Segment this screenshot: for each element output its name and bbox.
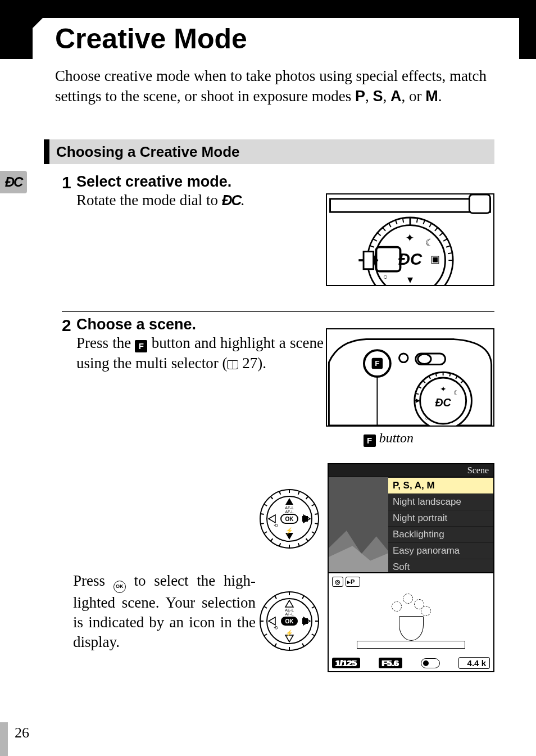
- intro-period: .: [438, 88, 442, 105]
- svg-text:▾: ▾: [407, 273, 413, 285]
- svg-line-14: [403, 218, 403, 223]
- svg-rect-1: [469, 194, 490, 213]
- mode-s-label: S: [373, 88, 383, 105]
- svg-rect-30: [364, 251, 374, 269]
- lcd-camera-icon: ◎: [332, 577, 343, 587]
- svg-text:✦: ✦: [440, 385, 447, 393]
- lcd-aperture: F5.6: [379, 658, 402, 668]
- svg-text:AE-L: AE-L: [285, 608, 294, 612]
- step-1-text: Rotate the mode dial to ĐC.: [76, 191, 324, 211]
- page-title: Creative Mode: [55, 22, 247, 55]
- step-2-a: Press the: [76, 334, 135, 351]
- svg-text:AF-L: AF-L: [285, 612, 293, 616]
- svg-text:ĐC: ĐC: [435, 396, 452, 409]
- svg-text:▣: ▣: [430, 253, 440, 265]
- svg-rect-23: [376, 247, 401, 271]
- scene-item-night-portrait: Night portrait: [388, 510, 493, 526]
- intro-paragraph: Choose creative mode when to take photos…: [55, 66, 494, 106]
- lcd-frame-count: 4.4 k: [458, 657, 490, 669]
- svg-text:⚡: ⚡: [285, 527, 293, 535]
- side-tab-cc-icon: ĐC: [5, 174, 22, 190]
- svg-point-36: [399, 354, 408, 363]
- svg-text:☾: ☾: [453, 389, 460, 396]
- svg-line-72: [261, 514, 264, 514]
- f-button-caption: F button: [364, 431, 414, 447]
- mode-dial-illustration: ĐC ✦ ☾ ▣ ▾ ○: [326, 193, 494, 286]
- lcd-mode-p-text: P: [351, 578, 355, 585]
- mode-a-label: A: [390, 88, 402, 105]
- scene-thumbnail: [329, 477, 388, 583]
- svg-point-38: [418, 354, 431, 364]
- step-divider: [62, 311, 494, 312]
- caption-f-icon: F: [364, 434, 376, 447]
- mode-p-label: P: [355, 88, 365, 105]
- ok-button-icon: OK: [113, 581, 126, 593]
- cc-mode-icon: ĐC: [222, 192, 241, 209]
- side-tab: ĐC: [0, 171, 27, 193]
- scene-item-night-landscape: Night landscape: [388, 494, 493, 510]
- svg-text:✦: ✦: [406, 232, 415, 244]
- svg-text:⟲: ⟲: [274, 523, 278, 528]
- step-1-text-after: .: [240, 192, 244, 209]
- svg-text:OK: OK: [285, 618, 294, 624]
- svg-text:OK: OK: [285, 516, 294, 522]
- svg-text:○: ○: [383, 273, 388, 281]
- scene-item-easy-panorama: Easy panorama: [388, 542, 493, 559]
- intro-text: Choose creative mode when to take photos…: [55, 67, 487, 105]
- title-area: Creative Mode: [33, 18, 519, 59]
- step-2-number: 2: [62, 316, 71, 335]
- svg-text:⟲: ⟲: [274, 625, 278, 631]
- multi-selector-illustration-highlight: AE-L AF-L ⟲ OK ⚡: [258, 488, 320, 550]
- camera-top-illustration: F ĐC ✦ ☾ ○: [326, 328, 494, 427]
- page-ref-icon: [227, 360, 238, 369]
- svg-line-71: [261, 523, 264, 524]
- mode-m-label: M: [425, 88, 438, 105]
- svg-text:AE-L: AE-L: [285, 506, 294, 510]
- lcd-rec-icon: [421, 658, 440, 668]
- lcd-mode-badge: ▸ P: [346, 577, 360, 587]
- left-margin-stripe: [0, 722, 8, 756]
- scene-menu-title: Scene: [329, 464, 493, 477]
- svg-text:○: ○: [425, 415, 428, 421]
- svg-line-5: [417, 218, 417, 223]
- lcd-display-illustration: ◎ ▸ P 1/125 F5.6 4.4 k: [328, 572, 494, 672]
- svg-text:F: F: [375, 359, 379, 368]
- scene-item-backlighting: Backlighting: [388, 526, 493, 542]
- svg-line-12: [448, 253, 452, 253]
- press-ok-paragraph: Press OK to select the high­lighted scen…: [73, 571, 256, 652]
- step-1-heading: Select creative mode.: [76, 173, 324, 191]
- multi-selector-illustration-ok: AE-L AF-L OK ⟲ ⚡: [258, 590, 320, 652]
- section-heading-text: Choosing a Creative Mode: [56, 143, 240, 161]
- svg-text:ĐC: ĐC: [398, 250, 423, 268]
- svg-text:⚡: ⚡: [285, 629, 293, 637]
- step-1-text-before: Rotate the mode dial to: [76, 192, 222, 209]
- step-1-number: 1: [62, 173, 71, 192]
- svg-rect-0: [330, 199, 490, 212]
- caption-f-text: button: [376, 431, 414, 445]
- lcd-scene-drawing: [357, 590, 465, 649]
- svg-text:AF-L: AF-L: [285, 510, 293, 514]
- step-2-text: Press the F button and highlight a scene…: [76, 333, 324, 373]
- svg-rect-85: [302, 516, 308, 522]
- svg-rect-112: [302, 618, 308, 624]
- svg-line-63: [315, 523, 318, 524]
- f-button-icon: F: [135, 340, 147, 352]
- press-a: Press: [73, 572, 113, 589]
- step-2-ref: 27).: [238, 355, 266, 372]
- svg-line-62: [315, 514, 318, 514]
- svg-text:☾: ☾: [425, 237, 434, 248]
- scene-item-psam: P, S, A, M: [388, 477, 493, 494]
- lcd-shutter: 1/125: [332, 658, 360, 668]
- page-number: 26: [15, 725, 29, 741]
- section-heading: Choosing a Creative Mode: [44, 139, 494, 164]
